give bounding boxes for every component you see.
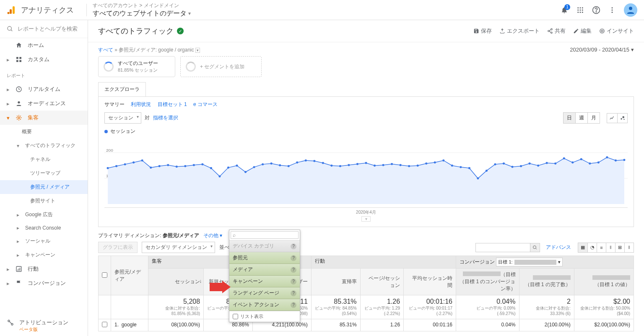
nav-acq-overview[interactable]: 概要 (0, 125, 88, 139)
export-button[interactable]: エクスポート (499, 27, 540, 35)
subtab-summary[interactable]: サマリー (104, 101, 125, 107)
period-day[interactable]: 日 (564, 113, 575, 123)
view-pivot-icon[interactable]: ⊞ (615, 243, 624, 252)
sd-item[interactable]: キャンペーン? (229, 276, 300, 287)
sd-search-input[interactable] (231, 231, 299, 239)
svg-rect-20 (16, 57, 18, 59)
line-chart-icon[interactable] (607, 114, 617, 123)
edit-button[interactable]: 編集 (573, 27, 592, 35)
col-bounce[interactable]: 直帰率 (311, 269, 360, 295)
chart[interactable]: 100200 (104, 137, 628, 208)
svg-point-4 (580, 7, 581, 8)
svg-point-25 (18, 101, 20, 103)
nav-custom[interactable]: ▸カスタム (0, 52, 88, 67)
search-input[interactable]: レポートとヘルプを検索 (0, 20, 88, 38)
primdim-other[interactable]: その他 ▾ (203, 233, 222, 238)
svg-point-56 (227, 167, 229, 169)
share-button[interactable]: 共有 (547, 27, 566, 35)
sd-item[interactable]: デバイス カテゴリ? (229, 240, 300, 252)
add-segment[interactable]: + セグメントを追加 (180, 56, 262, 77)
col-dimension[interactable]: 参照元/メディア (111, 256, 148, 295)
col-gcr[interactable]: （目標（目標 1 のコンバージョン率） (456, 269, 519, 295)
nav-social[interactable]: ▸ソーシャル (0, 234, 88, 248)
crumb-all[interactable]: すべて (98, 47, 113, 53)
nav-attribution[interactable]: アトリビューションベータ版 (0, 315, 88, 336)
segment-all-users[interactable]: すべてのユーザー81.85% セッション (98, 56, 175, 77)
nav-channel[interactable]: チャネル (0, 152, 88, 166)
more-icon[interactable] (608, 6, 616, 14)
col-pps[interactable]: ページ/セッション (360, 269, 403, 295)
account-picker[interactable]: すべてのアカウント > メインドメイン すべてのウェブサイトのデータ ▾ (93, 2, 191, 18)
sd-list-view-checkbox[interactable] (233, 314, 238, 319)
tab-explorer[interactable]: エクスプローラ (98, 82, 146, 96)
nav-gads[interactable]: ▸Google 広告 (0, 208, 88, 222)
table-search-button[interactable] (530, 243, 540, 252)
sd-item[interactable]: メディア? (229, 264, 300, 276)
nav-campaigns[interactable]: ▸キャンペーン (0, 248, 88, 262)
svg-point-75 (391, 163, 393, 165)
col-sessions[interactable]: セッション (148, 269, 203, 295)
svg-point-14 (612, 7, 613, 8)
goal-select[interactable]: 目標 1: ▾ (496, 258, 562, 266)
row-checkbox[interactable] (102, 322, 107, 327)
insight-icon (599, 28, 605, 34)
svg-point-91 (529, 163, 531, 165)
svg-point-99 (597, 161, 600, 163)
help-icon[interactable] (592, 6, 600, 14)
nav-behavior[interactable]: ▸行動 (0, 262, 88, 276)
notifications-icon[interactable]: 1 (560, 6, 569, 14)
table-row[interactable]: 1. google 08(100.00%) 80.86% 4,211(100.0… (99, 319, 634, 331)
avatar[interactable] (624, 3, 637, 17)
view-pct-icon[interactable]: ◔ (587, 243, 597, 252)
sidebar: レポートとヘルプを検索 ホーム ▸カスタム レポート ▸リアルタイム ▸オーディ… (0, 20, 88, 336)
svg-point-35 (621, 118, 622, 120)
metric2-select[interactable]: 指標を選択 (153, 114, 178, 121)
svg-point-46 (141, 159, 143, 161)
apps-icon[interactable] (576, 6, 584, 14)
secondary-dimension[interactable]: セカンダリ ディメンション (142, 242, 215, 253)
col-avgdur[interactable]: 平均セッション時間 (404, 269, 456, 295)
subtab-ecom[interactable]: e コマース (193, 101, 218, 107)
table-search-input[interactable] (475, 243, 530, 252)
col-gcomp[interactable]: （目標 1 の完了数） (519, 269, 574, 295)
nav-audience[interactable]: ▸オーディエンス (0, 96, 88, 111)
subtab-usage[interactable]: 利用状況 (131, 101, 151, 107)
view-compare-icon[interactable]: ⫴ (606, 243, 615, 252)
col-gval[interactable]: （目標 1 の値） (574, 269, 634, 295)
nav-acquisition[interactable]: ▾集客 (0, 111, 88, 125)
nav-conv[interactable]: ▸コンバージョン (0, 276, 88, 290)
nav-source-medium[interactable]: 参照元 / メディア (0, 180, 88, 194)
sd-item[interactable]: ランディング ページ? (229, 287, 300, 299)
nav-home[interactable]: ホーム (0, 38, 88, 52)
view-cloud-icon[interactable]: ⦀ (624, 243, 634, 252)
select-all[interactable] (102, 272, 107, 278)
nav-treemap[interactable]: ツリーマップ (0, 166, 88, 180)
view-perf-icon[interactable]: ≡ (597, 243, 606, 252)
nav-alltraffic[interactable]: ▾すべてのトラフィック (0, 139, 88, 152)
nav-realtime[interactable]: ▸リアルタイム (0, 82, 88, 96)
view-table-icon[interactable]: ▦ (578, 243, 587, 252)
save-button[interactable]: 保存 (473, 27, 492, 35)
motion-chart-icon[interactable] (617, 114, 627, 123)
svg-point-86 (486, 170, 488, 172)
nav-sc[interactable]: ▸Search Console (0, 222, 88, 234)
report-title: すべてのトラフィック✓ (98, 26, 184, 36)
chart-expand-handle[interactable]: ▾ (361, 216, 371, 222)
account-path: すべてのアカウント > メインドメイン (93, 2, 191, 9)
notif-badge: 1 (564, 4, 570, 10)
chart-mode (607, 113, 628, 123)
period-month[interactable]: 月 (587, 113, 600, 123)
period-week[interactable]: 週 (575, 113, 587, 123)
svg-point-3 (577, 7, 579, 8)
advanced-link[interactable]: アドバンス (546, 244, 571, 251)
sd-item[interactable]: イベント アクション? (229, 299, 300, 311)
metric-select[interactable]: セッション (104, 112, 141, 124)
insight-button[interactable]: インサイト (599, 27, 634, 35)
date-range[interactable]: 2020/03/09 - 2020/04/15 ▾ (570, 47, 634, 53)
svg-rect-21 (19, 57, 21, 59)
svg-point-7 (580, 9, 581, 10)
summary-row: 5,208全体に対する割合: 81.85% (6,363) 80.86%ビューの… (99, 295, 634, 319)
sd-item[interactable]: 参照元? (229, 252, 300, 264)
subtab-goals[interactable]: 目標セット 1 (158, 101, 187, 107)
nav-ref-site[interactable]: 参照サイト (0, 194, 88, 208)
